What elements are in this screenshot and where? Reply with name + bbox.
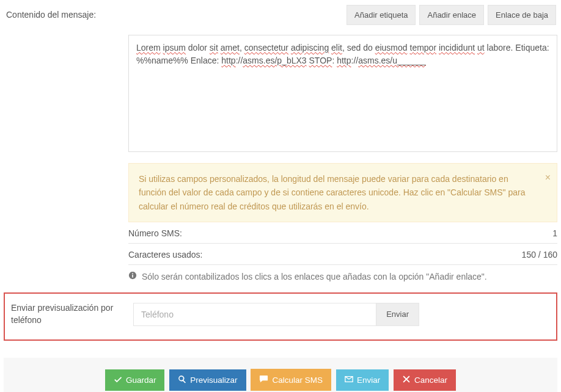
chars-used-row: Caracteres usados: 150 / 160 — [128, 244, 557, 265]
sms-count-label: Número SMS: — [128, 228, 182, 238]
close-icon — [402, 375, 411, 385]
search-icon — [178, 375, 186, 385]
chat-icon — [259, 374, 268, 385]
sms-count-row: Número SMS: 1 — [128, 222, 557, 244]
svg-rect-1 — [132, 275, 133, 278]
add-link-button[interactable]: Añadir enlace — [419, 5, 484, 25]
save-button[interactable]: Guardar — [105, 369, 165, 391]
info-alert: × Si utilizas campos personalizados, la … — [128, 163, 557, 222]
action-bar: Guardar Previsualizar Calcular SMS Envia… — [4, 358, 557, 392]
message-content-label: Contenido del mensaje: — [4, 5, 128, 30]
cancel-button[interactable]: Cancelar — [394, 369, 456, 391]
svg-rect-2 — [132, 273, 133, 274]
preview-by-phone-section: Enviar previsualización por teléfono Env… — [4, 292, 557, 341]
message-toolbar: Añadir etiqueta Añadir enlace Enlace de … — [128, 5, 557, 25]
info-alert-text: Si utilizas campos personalizados, la lo… — [139, 174, 526, 211]
preview-phone-input[interactable] — [133, 303, 376, 326]
envelope-icon — [345, 375, 353, 385]
chars-used-value: 150 / 160 — [522, 250, 557, 260]
add-tag-button[interactable]: Añadir etiqueta — [346, 5, 416, 25]
preview-button[interactable]: Previsualizar — [169, 369, 246, 391]
sms-count-value: 1 — [552, 228, 557, 238]
check-icon — [114, 375, 122, 385]
link-tracking-hint: Sólo serán contabilizados los clics a lo… — [128, 265, 557, 288]
chars-used-label: Caracteres usados: — [128, 250, 202, 260]
preview-send-button[interactable]: Enviar — [376, 303, 419, 326]
link-tracking-hint-text: Sólo serán contabilizados los clics a lo… — [142, 272, 487, 281]
preview-by-phone-label: Enviar previsualización por teléfono — [9, 300, 133, 328]
calculate-sms-button[interactable]: Calcular SMS — [251, 369, 331, 391]
send-button[interactable]: Enviar — [336, 369, 389, 391]
info-icon — [128, 271, 137, 281]
message-content-textarea[interactable]: Lorem ipsum dolor sit amet, consectetur … — [128, 35, 557, 152]
unsubscribe-link-button[interactable]: Enlace de baja — [488, 5, 556, 25]
sms-compose-panel: Contenido del mensaje: Añadir etiqueta A… — [0, 0, 561, 392]
close-icon[interactable]: × — [545, 170, 551, 186]
